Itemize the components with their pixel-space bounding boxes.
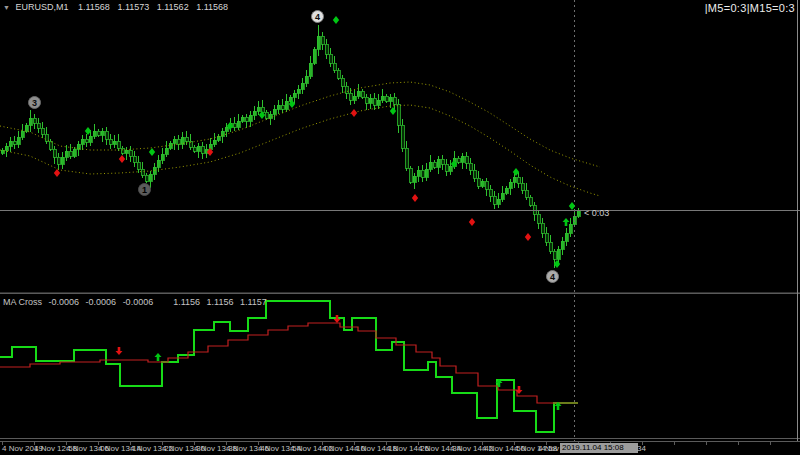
candle-bull	[309, 63, 312, 76]
candle-bull	[125, 150, 128, 153]
candle-bull	[429, 162, 432, 169]
candle-countdown-label: < 0:03	[584, 208, 609, 218]
buy-diamond-marker	[333, 16, 339, 24]
candle-bear	[457, 158, 460, 162]
candle-bull	[313, 49, 316, 63]
candle-bull	[509, 182, 512, 188]
candle-bull	[381, 96, 384, 100]
candle-bear	[401, 125, 404, 148]
ma-cross-slow-line	[0, 323, 578, 403]
candle-bull	[497, 199, 500, 204]
candle-bull	[565, 233, 568, 241]
candle-bear	[441, 159, 444, 164]
candle-bear	[525, 190, 528, 197]
candle-bull	[269, 114, 272, 118]
candle-bull	[305, 76, 308, 83]
candle-bull	[17, 137, 20, 144]
candle-bull	[369, 98, 372, 103]
candle-bear	[57, 157, 60, 164]
candle-bear	[533, 205, 536, 214]
candle-bull	[149, 174, 152, 181]
time-axis-label-partial: 34	[637, 444, 646, 453]
candle-bear	[341, 78, 344, 86]
candle-bear	[361, 91, 364, 97]
candle-bull	[513, 177, 516, 182]
candle-bull	[101, 131, 104, 135]
candle-bull	[257, 107, 260, 111]
candle-bear	[69, 151, 72, 156]
candle-bull	[317, 36, 320, 49]
candle-bear	[373, 98, 376, 105]
candle-bull	[289, 97, 292, 101]
candle-bear	[233, 123, 236, 127]
candle-bear	[365, 97, 368, 103]
candle-bear	[409, 168, 412, 182]
candle-bull	[25, 125, 28, 131]
candle-bull	[569, 224, 572, 233]
candle-bear	[85, 139, 88, 142]
up-arrow-marker	[155, 353, 162, 361]
candle-bull	[5, 146, 8, 150]
candle-bull	[113, 141, 116, 144]
candle-bull	[197, 146, 200, 151]
candle-bull	[557, 249, 560, 259]
candle-bull	[29, 118, 32, 125]
candle-bear	[421, 170, 424, 177]
sell-diamond-marker	[351, 109, 357, 117]
candle-bear	[541, 223, 544, 233]
candle-bull	[501, 193, 504, 199]
candle-bear	[45, 134, 48, 141]
chart-canvas[interactable]	[0, 0, 800, 455]
buy-diamond-marker	[390, 107, 396, 115]
candle-bull	[21, 131, 24, 137]
indicator-value-2: -0.0006	[86, 297, 117, 307]
candle-bear	[329, 54, 332, 63]
candle-bear	[345, 86, 348, 93]
candle-bear	[393, 97, 396, 104]
candle-bear	[41, 128, 44, 134]
candle-bear	[517, 177, 520, 183]
symbol-dropdown-icon[interactable]: ▼	[3, 4, 10, 11]
candle-bear	[385, 96, 388, 101]
ohlc-open: 1.11568	[78, 2, 110, 12]
candle-bull	[61, 157, 64, 164]
candle-bear	[485, 181, 488, 189]
timeframe-timers-label: |M5=0:3|M15=0:3	[705, 2, 795, 14]
candle-bear	[265, 112, 268, 118]
candle-bull	[73, 149, 76, 156]
candle-bull	[165, 148, 168, 154]
candle-bull	[301, 83, 304, 89]
symbol-period-label: EURUSD,M1	[15, 2, 68, 12]
candle-bear	[349, 93, 352, 100]
candle-bull	[417, 170, 420, 176]
sell-diamond-marker	[469, 218, 475, 226]
candle-bear	[245, 117, 248, 121]
up-arrow-marker	[563, 218, 570, 226]
candle-bull	[253, 111, 256, 115]
candle-bear	[109, 139, 112, 144]
indicator-level-3: 1.1157	[240, 297, 267, 307]
candle-bear	[105, 131, 108, 139]
candle-bull	[1, 150, 4, 153]
candle-bear	[13, 141, 16, 144]
candle-bull	[293, 93, 296, 97]
candle-bear	[489, 189, 492, 196]
candle-bear	[469, 163, 472, 170]
candle-bull	[161, 154, 164, 160]
candle-bear	[53, 149, 56, 157]
candle-bear	[325, 44, 328, 54]
candle-bear	[281, 105, 284, 109]
candle-bear	[141, 169, 144, 175]
down-arrow-marker	[334, 315, 341, 323]
candle-bull	[89, 136, 92, 142]
candle-bull	[425, 169, 428, 177]
candles-layer	[1, 25, 580, 268]
indicator-level-2: 1.1156	[207, 297, 234, 307]
candle-bear	[117, 141, 120, 148]
candle-bull	[561, 241, 564, 249]
candle-bear	[337, 70, 340, 78]
candle-bear	[529, 197, 532, 205]
candle-bull	[461, 156, 464, 162]
candle-bull	[273, 109, 276, 114]
chart-window[interactable]: ▼ EURUSD,M1 1.11568 1.11573 1.11562 1.11…	[0, 0, 800, 455]
